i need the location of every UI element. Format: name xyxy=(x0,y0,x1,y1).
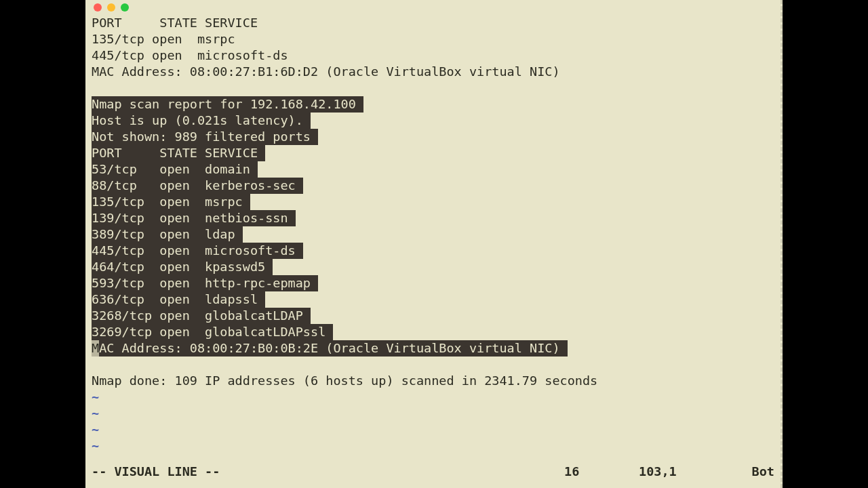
text-line: 135/tcp open msrpc xyxy=(92,31,774,47)
selected-line: PORT STATE SERVICE xyxy=(92,145,774,161)
cursor-line: MAC Address: 08:00:27:B0:0B:2E (Oracle V… xyxy=(92,340,774,357)
selected-line: 389/tcp open ldap xyxy=(92,226,774,243)
minimize-icon[interactable] xyxy=(107,3,115,12)
vim-scroll-pos: Bot xyxy=(747,464,774,480)
selected-line: Nmap scan report for 192.168.42.100 xyxy=(92,96,774,113)
vim-status-line: -- VISUAL LINE -- 16 103,1 Bot xyxy=(92,464,774,480)
selected-line: 3269/tcp open globalcatLDAPssl xyxy=(92,324,774,340)
text-line xyxy=(92,357,774,373)
vim-empty-line-tilde: ~ xyxy=(92,438,774,454)
vim-empty-line-tilde: ~ xyxy=(92,405,774,422)
selected-line: 636/tcp open ldapssl xyxy=(92,291,774,308)
text-line: MAC Address: 08:00:27:B1:6D:D2 (Oracle V… xyxy=(92,64,774,80)
text-line: 445/tcp open microsoft-ds xyxy=(92,47,774,64)
selected-line: 135/tcp open msrpc xyxy=(92,194,774,210)
selected-line: 464/tcp open kpasswd5 xyxy=(92,259,774,275)
maximize-icon[interactable] xyxy=(121,3,129,12)
vim-line-count: 16 xyxy=(564,464,639,480)
text-line: Nmap done: 109 IP addresses (6 hosts up)… xyxy=(92,373,774,389)
cursor: M xyxy=(92,340,99,357)
text-line: PORT STATE SERVICE xyxy=(92,15,774,31)
terminal-window[interactable]: PORT STATE SERVICE135/tcp open msrpc445/… xyxy=(85,0,783,488)
selected-line: 53/tcp open domain xyxy=(92,161,774,178)
selected-line: 593/tcp open http-rpc-epmap xyxy=(92,275,774,291)
selected-line: 445/tcp open microsoft-ds xyxy=(92,243,774,259)
selected-line: 3268/tcp open globalcatLDAP xyxy=(92,308,774,324)
vim-empty-line-tilde: ~ xyxy=(92,422,774,438)
selected-line: Host is up (0.021s latency). xyxy=(92,113,774,129)
selected-line: Not shown: 989 filtered ports xyxy=(92,129,774,145)
selected-line: 88/tcp open kerberos-sec xyxy=(92,178,774,194)
vim-mode: -- VISUAL LINE -- xyxy=(92,464,220,480)
terminal-content[interactable]: PORT STATE SERVICE135/tcp open msrpc445/… xyxy=(85,15,781,454)
vim-empty-line-tilde: ~ xyxy=(92,389,774,405)
text-line xyxy=(92,80,774,96)
titlebar xyxy=(85,0,781,15)
selected-line: 139/tcp open netbios-ssn xyxy=(92,210,774,226)
close-icon[interactable] xyxy=(94,3,102,12)
vim-cursor-pos: 103,1 xyxy=(639,464,747,480)
